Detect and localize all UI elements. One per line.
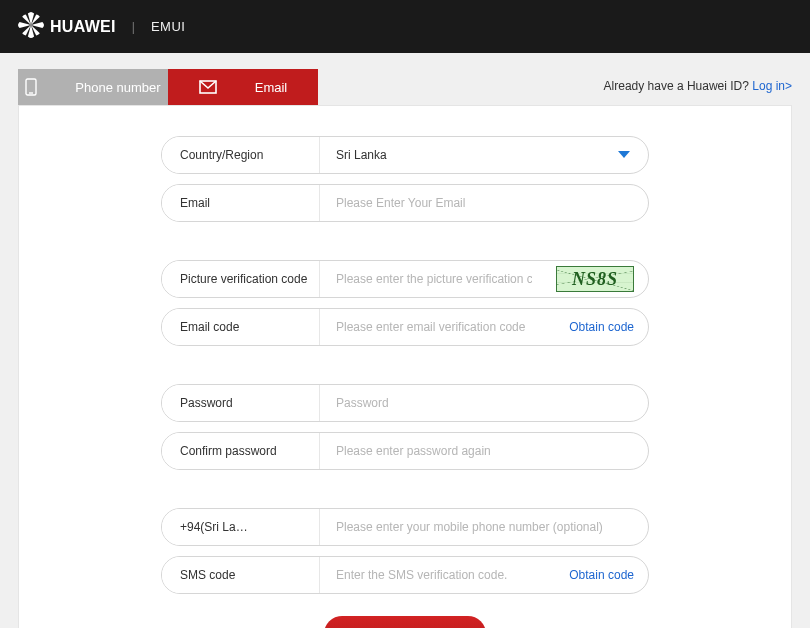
email-row: Email <box>161 184 649 222</box>
tab-email[interactable]: Email <box>168 69 318 105</box>
huawei-logo-icon <box>18 12 44 41</box>
picture-verification-input[interactable] <box>320 261 548 297</box>
mail-icon <box>199 80 217 94</box>
confirm-password-input[interactable] <box>320 433 648 469</box>
sms-code-input[interactable] <box>320 557 561 593</box>
brand-group: HUAWEI | EMUI <box>18 12 185 41</box>
email-code-input[interactable] <box>320 309 561 345</box>
picture-verification-row: Picture verification code NS8S <box>161 260 649 298</box>
email-code-label: Email code <box>162 309 320 345</box>
confirm-password-row: Confirm password <box>161 432 649 470</box>
country-region-value: Sri Lanka <box>320 137 648 173</box>
topbar: Phone number Email Already have a Huawei… <box>18 69 792 105</box>
password-input[interactable] <box>320 385 648 421</box>
confirm-password-label: Confirm password <box>162 433 320 469</box>
tab-phone-label: Phone number <box>75 80 160 95</box>
country-region-label: Country/Region <box>162 137 320 173</box>
captcha-text: NS8S <box>572 269 618 290</box>
header-divider: | <box>132 20 135 34</box>
subbrand-text[interactable]: EMUI <box>151 19 186 34</box>
already-have-id: Already have a Huawei ID? Log in> <box>604 79 792 93</box>
phone-input[interactable] <box>320 509 648 545</box>
email-field[interactable] <box>320 185 648 221</box>
tab-phone[interactable]: Phone number <box>18 69 168 105</box>
obtain-email-code-link[interactable]: Obtain code <box>569 320 634 334</box>
phone-icon <box>25 78 37 96</box>
phone-country-code[interactable]: +94(Sri La… <box>162 509 320 545</box>
tab-email-label: Email <box>255 80 288 95</box>
register-form: Country/Region Sri Lanka Email Picture v <box>161 136 649 628</box>
already-prompt: Already have a Huawei ID? <box>604 79 753 93</box>
sms-code-row: SMS code Obtain code <box>161 556 649 594</box>
register-panel: Country/Region Sri Lanka Email Picture v <box>18 105 792 628</box>
picture-verification-label: Picture verification code <box>162 261 320 297</box>
login-link[interactable]: Log in> <box>752 79 792 93</box>
password-row: Password <box>161 384 649 422</box>
sms-code-label: SMS code <box>162 557 320 593</box>
phone-row: +94(Sri La… <box>161 508 649 546</box>
app-header: HUAWEI | EMUI <box>0 0 810 53</box>
register-button[interactable]: REGISTER <box>324 616 486 628</box>
brand-text: HUAWEI <box>50 18 116 36</box>
register-tabs: Phone number Email <box>18 69 318 105</box>
email-code-row: Email code Obtain code <box>161 308 649 346</box>
country-region-select[interactable]: Country/Region Sri Lanka <box>161 136 649 174</box>
captcha-image[interactable]: NS8S <box>556 266 634 292</box>
obtain-sms-code-link[interactable]: Obtain code <box>569 568 634 582</box>
email-label: Email <box>162 185 320 221</box>
password-label: Password <box>162 385 320 421</box>
